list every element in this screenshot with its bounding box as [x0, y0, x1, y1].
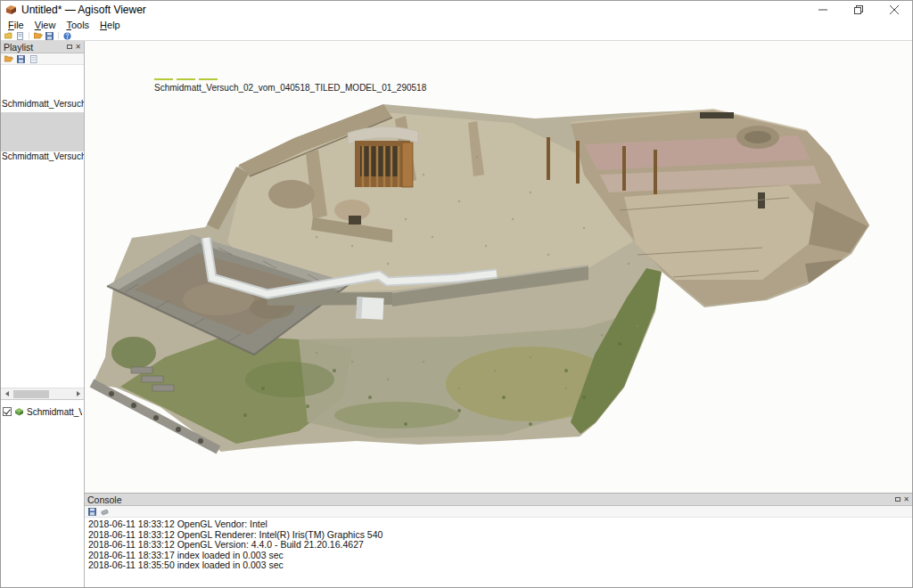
clear-log-icon[interactable]	[100, 508, 110, 516]
layer-visibility-checkbox[interactable]	[3, 407, 12, 416]
toolbar-separator	[58, 32, 59, 39]
app-window: Untitled* — Agisoft Viewer File View Too…	[0, 0, 913, 588]
window-controls	[805, 1, 912, 19]
playlist-header[interactable]: Playlist ✕	[1, 41, 84, 53]
playlist-item-selected[interactable]: Schmidmatt_Versuch_02_vom_040518_TILED_M…	[1, 112, 84, 162]
console-close-button[interactable]: ✕	[903, 496, 909, 503]
console-toolbar	[85, 506, 912, 518]
console-line: 2018-06-11 18:33:12 OpenGL Version: 4.4.…	[88, 540, 909, 551]
playlist-item-label: Schmidmatt_Versuch_02_vom_040518_TILED_M…	[1, 99, 84, 110]
console-float-button[interactable]	[895, 497, 901, 502]
model-label: Schmidmatt_Versuch_02_vom_040518_TILED_M…	[154, 83, 426, 93]
playlist-list: Schmidmatt_Versuch_02_vom_040518_TILED_M…	[1, 65, 84, 388]
playlist-title: Playlist	[4, 42, 33, 53]
scale-bar-segment	[177, 78, 195, 80]
menu-tools[interactable]: Tools	[61, 20, 95, 31]
model-viewport[interactable]: Schmidmatt_Versuch_02_vom_040518_TILED_M…	[85, 41, 912, 493]
playlist-close-button[interactable]: ✕	[75, 44, 81, 51]
layer-label: Schmidmatt_Versuch_02_vom_040518_TILED_M…	[27, 407, 82, 417]
tiled-model-icon	[14, 407, 24, 416]
save-playlist-icon[interactable]	[16, 55, 26, 63]
open-playlist-icon[interactable]	[4, 55, 13, 63]
model-3d-render	[85, 41, 912, 493]
scale-bar	[154, 78, 218, 80]
scale-bar-segment	[154, 78, 173, 80]
console-log: 2018-06-11 18:33:12 OpenGL Vendor: Intel…	[85, 518, 912, 587]
playlist-item[interactable]: Schmidmatt_Versuch_02_vom_040518_TILED_M…	[1, 65, 84, 110]
main-panel: Schmidmatt_Versuch_02_vom_040518_TILED_M…	[85, 41, 912, 587]
left-panel: Playlist ✕ Sch	[1, 41, 85, 587]
add-files-icon[interactable]	[15, 32, 25, 40]
close-button[interactable]	[876, 1, 912, 19]
minimize-button[interactable]	[805, 1, 841, 19]
new-playlist-icon[interactable]	[4, 32, 13, 40]
help-icon[interactable]	[62, 32, 72, 40]
console-line: 2018-06-11 18:35:50 index loaded in 0.00…	[88, 560, 909, 571]
app-logo-icon	[5, 4, 17, 15]
layer-list: Schmidmatt_Versuch_02_vom_040518_TILED_M…	[1, 399, 84, 587]
menu-view[interactable]: View	[29, 20, 62, 31]
playlist-doc-icon[interactable]	[29, 55, 38, 63]
restore-button[interactable]	[841, 1, 876, 19]
menu-bar: File View Tools Help	[1, 19, 912, 31]
scroll-left-arrow[interactable]	[2, 389, 12, 399]
content-area: Playlist ✕ Sch	[1, 41, 912, 587]
window-title: Untitled* — Agisoft Viewer	[21, 4, 146, 16]
console-line: 2018-06-11 18:33:12 OpenGL Vendor: Intel	[88, 519, 909, 530]
console-title: Console	[87, 494, 122, 505]
playlist-item-thumbnail	[1, 112, 84, 151]
playlist-toolbar	[1, 53, 84, 65]
playlist-item-label: Schmidmatt_Versuch_02_vom_040518_TILED_M…	[1, 151, 84, 162]
menu-help[interactable]: Help	[95, 20, 126, 31]
toolbar-separator	[29, 32, 29, 39]
save-icon[interactable]	[45, 32, 54, 40]
console-panel: Console ✕ 2018-06-11 18:33:12 OpenGL	[85, 493, 912, 587]
save-log-icon[interactable]	[87, 508, 97, 516]
scale-bar-segment	[199, 78, 218, 80]
playlist-item-thumbnail	[1, 65, 84, 99]
title-bar[interactable]: Untitled* — Agisoft Viewer	[1, 1, 912, 19]
console-header[interactable]: Console ✕	[85, 494, 912, 506]
playlist-float-button[interactable]	[67, 45, 72, 49]
open-icon[interactable]	[33, 32, 43, 40]
menu-file[interactable]: File	[3, 20, 29, 31]
scroll-right-arrow[interactable]	[73, 389, 83, 399]
scrollbar-thumb[interactable]	[13, 390, 49, 398]
main-toolbar	[1, 31, 912, 41]
layer-row[interactable]: Schmidmatt_Versuch_02_vom_040518_TILED_M…	[1, 405, 84, 418]
playlist-hscrollbar[interactable]	[1, 388, 84, 399]
